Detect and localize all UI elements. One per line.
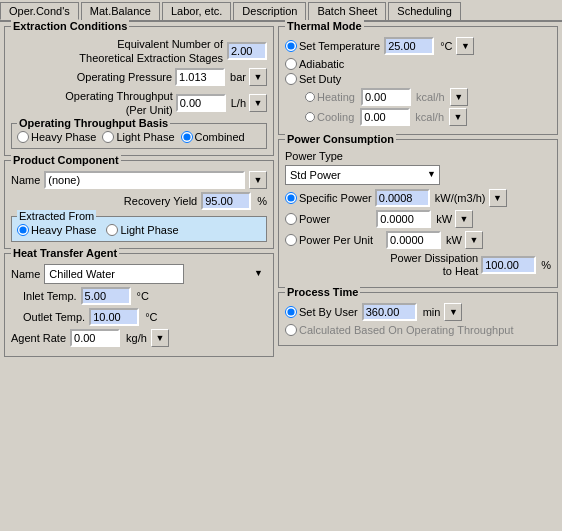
power-per-unit-input[interactable] xyxy=(386,231,441,249)
dissipation-input[interactable] xyxy=(481,256,536,274)
heating-radio[interactable]: Heating xyxy=(305,91,355,103)
power-dropdown-btn[interactable]: ▼ xyxy=(455,210,473,228)
tab-batch-sheet[interactable]: Batch Sheet xyxy=(308,2,386,20)
specific-power-input[interactable] xyxy=(375,189,430,207)
calculated-row: Calculated Based On Operating Throughput xyxy=(285,324,551,336)
throughput-basis-group: Operating Throughput Basis Heavy Phase L… xyxy=(11,123,267,149)
set-temp-input[interactable] xyxy=(384,37,434,55)
throughput-light-phase-radio[interactable]: Light Phase xyxy=(102,131,174,143)
inlet-temp-label: Inlet Temp. xyxy=(23,290,77,302)
pressure-input[interactable] xyxy=(175,68,225,86)
tab-description[interactable]: Description xyxy=(233,2,306,20)
calculated-radio[interactable]: Calculated Based On Operating Throughput xyxy=(285,324,513,336)
equiv-row: Equivalent Number of Theoretical Extract… xyxy=(11,37,267,65)
power-type-select-wrapper: Std Power ▼ xyxy=(285,165,440,185)
power-type-label: Power Type xyxy=(285,150,343,162)
agent-rate-input[interactable] xyxy=(70,329,120,347)
throughput-input[interactable] xyxy=(176,94,226,112)
cooling-row: Cooling kcal/h ▼ xyxy=(305,108,551,126)
pressure-row: Operating Pressure bar ▼ xyxy=(11,68,267,86)
cooling-dropdown-btn[interactable]: ▼ xyxy=(449,108,467,126)
inlet-temp-input[interactable] xyxy=(81,287,131,305)
agent-rate-label: Agent Rate xyxy=(11,332,66,344)
dissipation-row: Power Dissipation to Heat % xyxy=(285,252,551,278)
set-temp-unit: °C xyxy=(440,40,452,52)
thermal-mode-title: Thermal Mode xyxy=(285,20,364,32)
specific-power-row: Specific Power kW/(m3/h) ▼ xyxy=(285,189,551,207)
power-per-unit-dropdown-btn[interactable]: ▼ xyxy=(465,231,483,249)
power-per-unit-radio[interactable]: Power Per Unit xyxy=(285,234,373,246)
throughput-combined-radio[interactable]: Combined xyxy=(181,131,245,143)
set-by-user-dropdown-btn[interactable]: ▼ xyxy=(444,303,462,321)
equiv-input[interactable] xyxy=(227,42,267,60)
tab-oper-conds[interactable]: Oper.Cond's xyxy=(0,2,79,20)
power-input[interactable] xyxy=(376,210,431,228)
power-type-row: Power Type xyxy=(285,150,551,162)
power-type-select-row: Std Power ▼ xyxy=(285,165,551,185)
throughput-label: Operating Throughput (Per Unit) xyxy=(65,89,172,117)
power-type-select[interactable]: Std Power xyxy=(285,165,440,185)
heating-row: Heating kcal/h ▼ xyxy=(305,88,551,106)
throughput-dropdown-btn[interactable]: ▼ xyxy=(249,94,267,112)
product-component-title: Product Component xyxy=(11,154,121,166)
process-time-title: Process Time xyxy=(285,286,360,298)
inlet-temp-unit: °C xyxy=(137,290,149,302)
dissipation-unit: % xyxy=(541,259,551,271)
product-name-dropdown-btn[interactable]: ▼ xyxy=(249,171,267,189)
agent-rate-row: Agent Rate kg/h ▼ xyxy=(11,329,267,347)
outlet-temp-input[interactable] xyxy=(89,308,139,326)
specific-power-unit: kW/(m3/h) xyxy=(435,192,486,204)
tab-bar: Oper.Cond's Mat.Balance Labor, etc. Desc… xyxy=(0,0,562,22)
recovery-yield-input[interactable] xyxy=(201,192,251,210)
dissipation-label: Power Dissipation to Heat xyxy=(390,252,478,278)
power-radio[interactable]: Power xyxy=(285,213,330,225)
tab-labor[interactable]: Labor, etc. xyxy=(162,2,231,20)
set-duty-radio[interactable]: Set Duty xyxy=(285,73,341,85)
adiabatic-radio[interactable]: Adiabatic xyxy=(285,58,344,70)
extracted-from-title: Extracted From xyxy=(17,210,96,222)
set-by-user-radio[interactable]: Set By User xyxy=(285,306,358,318)
power-consumption-title: Power Consumption xyxy=(285,133,396,145)
set-by-user-input[interactable] xyxy=(362,303,417,321)
heating-dropdown-btn[interactable]: ▼ xyxy=(450,88,468,106)
extracted-heavy-phase-radio[interactable]: Heavy Phase xyxy=(17,224,96,236)
set-by-user-unit: min xyxy=(423,306,441,318)
process-time-group: Process Time Set By User min ▼ Cal xyxy=(278,292,558,346)
outlet-temp-unit: °C xyxy=(145,311,157,323)
agent-rate-unit: kg/h xyxy=(126,332,147,344)
cooling-radio[interactable]: Cooling xyxy=(305,111,354,123)
heating-cooling-area: Heating kcal/h ▼ Cooling kcal/h ▼ xyxy=(305,88,551,126)
adiabatic-row: Adiabatic xyxy=(285,58,551,70)
set-temp-dropdown-btn[interactable]: ▼ xyxy=(456,37,474,55)
set-temp-row: Set Temperature °C ▼ xyxy=(285,37,551,55)
agent-name-label: Name xyxy=(11,268,40,280)
specific-power-radio[interactable]: Specific Power xyxy=(285,192,372,204)
heat-transfer-agent-group: Heat Transfer Agent Name Chilled Water W… xyxy=(4,253,274,357)
pressure-unit: bar xyxy=(230,71,246,83)
outlet-temp-row: Outlet Temp. °C xyxy=(11,308,267,326)
product-name-label: Name xyxy=(11,174,40,186)
set-by-user-row: Set By User min ▼ xyxy=(285,303,551,321)
cooling-input[interactable] xyxy=(360,108,410,126)
product-name-input[interactable] xyxy=(44,171,245,189)
heating-unit: kcal/h xyxy=(416,91,445,103)
agent-rate-dropdown-btn[interactable]: ▼ xyxy=(151,329,169,347)
set-temp-radio[interactable]: Set Temperature xyxy=(285,40,380,52)
cooling-unit: kcal/h xyxy=(415,111,444,123)
agent-name-select[interactable]: Chilled Water Water xyxy=(44,264,184,284)
pressure-dropdown-btn[interactable]: ▼ xyxy=(249,68,267,86)
heat-transfer-agent-title: Heat Transfer Agent xyxy=(11,247,119,259)
throughput-heavy-phase-radio[interactable]: Heavy Phase xyxy=(17,131,96,143)
recovery-yield-label: Recovery Yield xyxy=(124,195,197,207)
throughput-basis-title: Operating Throughput Basis xyxy=(17,117,170,129)
power-unit: kW xyxy=(436,213,452,225)
heating-input[interactable] xyxy=(361,88,411,106)
extracted-light-phase-radio[interactable]: Light Phase xyxy=(106,224,178,236)
tab-scheduling[interactable]: Scheduling xyxy=(388,2,460,20)
extraction-conditions-group: Extraction Conditions Equivalent Number … xyxy=(4,26,274,156)
thermal-mode-group: Thermal Mode Set Temperature °C ▼ xyxy=(278,26,558,135)
specific-power-dropdown-btn[interactable]: ▼ xyxy=(489,189,507,207)
set-duty-row: Set Duty xyxy=(285,73,551,85)
tab-mat-balance[interactable]: Mat.Balance xyxy=(81,2,160,20)
throughput-row: Operating Throughput (Per Unit) L/h ▼ xyxy=(11,89,267,117)
